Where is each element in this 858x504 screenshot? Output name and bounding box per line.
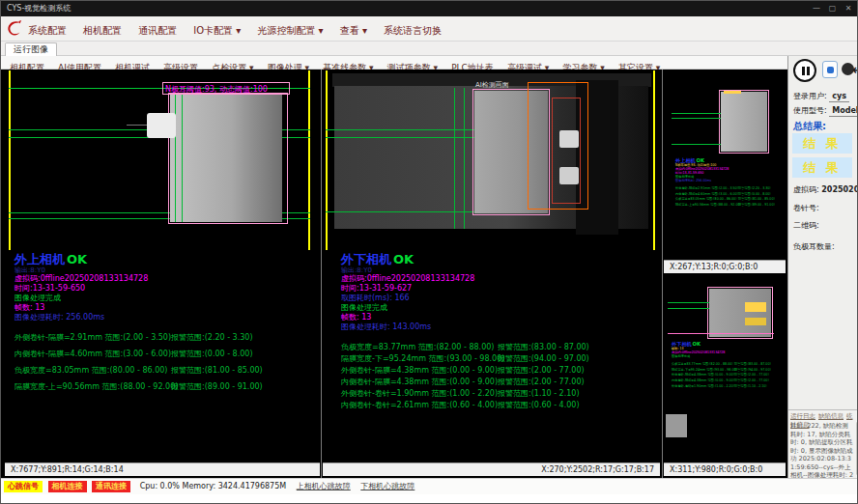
model-value: Model1 <box>829 106 858 117</box>
measurement-row: 外侧卷针-隔膜=4.38mm 范围:(0.00 - 9.00)报警范围:(2.0… <box>341 365 589 377</box>
needle-label: 卷针号: <box>793 204 819 212</box>
measurement-row: 外侧卷针-隔膜=2.91mm 范围:(2.00 - 3.50)报警范围:(2.2… <box>14 332 263 349</box>
threshold-overlay-label: N极耳阈值:93, 动态阈值:100 <box>165 84 268 95</box>
menu-comm-config[interactable]: 通讯配置 <box>138 18 177 43</box>
thumbnail-view-lower[interactable]: 外下相机OK 帧数: 13 虚拟码:0ffline202502081331347… <box>664 273 786 462</box>
tab-run-image[interactable]: 运行图像 <box>5 42 57 56</box>
camera-view-upper[interactable]: N极耳阈值:93, 动态阈值:100 外上相机OK 输出:8:Y0 虚拟码:0f… <box>5 70 320 462</box>
upper-camera-fault-link[interactable]: 上相机心跳故障 <box>297 482 351 490</box>
measurement-row: 内侧卷针-卷针=2.61mm 范围:(0.60 - 4.00)报警范围:(0.6… <box>341 400 589 411</box>
roi-box-pink <box>707 287 773 339</box>
snapshot-icon <box>827 67 834 73</box>
heartbeat-badge: 心跳信号 <box>4 481 43 492</box>
toolbar: 相机配置 AI使用配置 相机调试 高级设置 点检设置 ▾ 图像处理 ▾ 基准线参… <box>1 56 858 70</box>
gripper-object <box>147 113 176 138</box>
pixel-readout-left: X:7677;Y:891;R:14;G:14;B:14 <box>5 462 320 476</box>
model-row: 使用型号: Model1 <box>793 105 858 116</box>
tab-strip: 运行图像 <box>1 42 858 56</box>
divider <box>662 70 663 478</box>
measurement-row: 外侧卷针-卷针=1.90mm 范围:(1.00 - 2.20)报警范围:(1.1… <box>341 388 589 400</box>
pixel-readout-middle: X:270;Y:2502;R:17;G:17;B:17 <box>323 462 660 476</box>
tab-count-label: 负极耳数量: <box>793 242 835 251</box>
pixel-readout-thumb-bottom: X:311;Y:980;R:0;G:0;B:0 <box>664 462 786 476</box>
window-title: CYS-视觉检测系统 <box>7 4 71 13</box>
menu-language[interactable]: 系统语言切换 <box>384 18 442 43</box>
qr-row: 二维码: <box>793 220 819 231</box>
menu-system-config[interactable]: 系统配置 <box>28 18 67 43</box>
log-tab-defect[interactable]: 缺陷信息 <box>818 412 844 420</box>
log-area: 运行日志缺陷信息统计信息 耗时: 222, 缺陷检测耗时: 17, 缺陷分类耗时… <box>788 409 858 478</box>
process-done-line: 图像处理完成 <box>341 303 589 313</box>
app-logo-icon <box>6 19 23 39</box>
tab-highlight <box>559 130 579 148</box>
green-measure-line <box>672 118 721 119</box>
yellow-mark <box>745 302 766 312</box>
left-result-block: 外上相机OK 输出:8:Y0 虚拟码:0ffline20250208133134… <box>14 252 263 398</box>
camera-title: 外下相机OK <box>341 252 589 266</box>
green-measure-line <box>326 211 478 212</box>
measurement-row: 隔膜宽度-上=90.56mm 范围:(88.00 - 92.00)报警范围:(8… <box>14 381 263 398</box>
control-panel: ← 登录用户: cys 使用型号: Model1 总结果: 结 果 结 果 虚拟… <box>787 56 858 478</box>
status-bar: 心跳信号 相机连接 通讯连接 Cpu: 0.0% Memory: 3424.41… <box>1 478 858 494</box>
measurement-row: 隔膜宽度-下=95.24mm 范围:(93.00 - 98.00)报警范围:(9… <box>341 353 589 365</box>
tab-highlight <box>559 167 579 184</box>
qr-label: 二维码: <box>793 221 819 230</box>
thumbnail-view-upper[interactable]: 外上相机OK N极耳阈值:93, 动态阈值:100 虚拟码:0ffline202… <box>664 70 786 260</box>
frame-count-line: 帧数: 13 <box>14 303 263 313</box>
process-done-line: 图像处理完成 <box>14 294 263 303</box>
menu-io-config[interactable]: IO卡配置 ▾ <box>193 18 241 43</box>
minimize-icon[interactable]: — <box>810 1 823 16</box>
roi-box-red <box>552 98 581 204</box>
green-edge-line <box>454 88 455 229</box>
middle-result-block: 外下相机OK 输出:8:Y0 虚拟码:0ffline20250208133134… <box>341 252 589 411</box>
measurement-row: 负极宽度=83.77mm 范围:(82.00 - 88.00)报警范围:(83.… <box>341 342 589 353</box>
title-bar: CYS-视觉检测系统 — ▢ ✕ <box>1 1 858 16</box>
green-edge-line <box>182 95 183 222</box>
thumbnail-result-block: 外下相机OK 帧数: 13 虚拟码:0ffline202502081331347… <box>672 341 771 389</box>
result-ok-label: OK <box>67 252 87 266</box>
frame-count-line: 帧数: 13 <box>341 313 589 322</box>
virtual-code-value: 20250208 <box>821 185 858 194</box>
measurement-rows: 负极宽度=83.77mm 范围:(82.00 - 88.00)报警范围:(83.… <box>341 342 589 411</box>
grab-time-line: 取图耗时(ms): 166 <box>341 294 589 303</box>
green-measure-line <box>672 113 721 114</box>
green-measure-line <box>668 302 709 303</box>
process-time-line: 图像处理耗时: 143.00ms <box>341 322 589 332</box>
time-line: 时间:13-31-59-650 <box>14 284 263 294</box>
login-user-label: 登录用户: <box>793 92 827 100</box>
camera-title: 外上相机OK <box>14 252 263 266</box>
result-box-upper: 结 果 <box>792 133 852 154</box>
output-signal-label: 输出:8:Y0 <box>14 266 263 274</box>
camera-view-lower[interactable]: AI检测画面 外下相机OK 输出:8:Y0 虚拟码:0ffline2025020… <box>323 70 660 462</box>
menu-light-config[interactable]: 光源控制配置 ▾ <box>257 18 323 43</box>
menu-camera-config[interactable]: 相机配置 <box>83 18 122 43</box>
snapshot-button[interactable] <box>822 61 838 78</box>
menu-items: 系统配置 相机配置 通讯配置 IO卡配置 ▾ 光源控制配置 ▾ 查看 ▾ 系统语… <box>28 16 453 42</box>
comm-link-badge: 通讯连接 <box>92 481 130 492</box>
virtual-code-label: 虚拟码: <box>793 185 819 194</box>
yellow-guide-line <box>308 70 310 250</box>
camera-link-badge: 相机连接 <box>48 481 87 492</box>
roi-box-pink <box>719 90 769 154</box>
exit-arrow-icon[interactable]: ← <box>852 61 858 78</box>
process-time-line: 图像处理耗时: 256.00ms <box>14 313 263 322</box>
close-icon[interactable]: ✕ <box>842 1 855 16</box>
window-controls: — ▢ ✕ <box>810 1 855 16</box>
green-measure-line <box>672 144 721 145</box>
cpu-memory-text: Cpu: 0.0% Memory: 3424.41796875M <box>140 482 287 490</box>
yellow-mark <box>745 318 766 325</box>
yellow-guide-line <box>653 70 655 250</box>
measurement-row: 内侧卷针-隔膜=4.38mm 范围:(0.00 - 9.00)报警范围:(2.0… <box>341 377 589 388</box>
pause-button[interactable] <box>793 59 816 82</box>
lower-camera-fault-link[interactable]: 下相机心跳故障 <box>360 482 415 490</box>
virtual-code-row: 虚拟码: 20250208 <box>793 184 858 195</box>
menu-view[interactable]: 查看 ▾ <box>340 18 367 43</box>
measurement-rows: 外侧卷针-隔膜=2.91mm 范围:(2.00 - 3.50)报警范围:(2.2… <box>14 332 263 398</box>
log-tab-run[interactable]: 运行日志 <box>790 412 815 420</box>
output-signal-label: 输出:8:Y0 <box>341 266 589 274</box>
yellow-guide-line <box>326 70 328 250</box>
green-edge-line <box>464 88 465 229</box>
maximize-icon[interactable]: ▢ <box>825 1 839 16</box>
result-box-lower: 结 果 <box>792 157 852 178</box>
measurement-row: 内侧卷针-隔膜=4.60mm 范围:(3.00 - 6.00)报警范围:(0.0… <box>14 349 263 365</box>
